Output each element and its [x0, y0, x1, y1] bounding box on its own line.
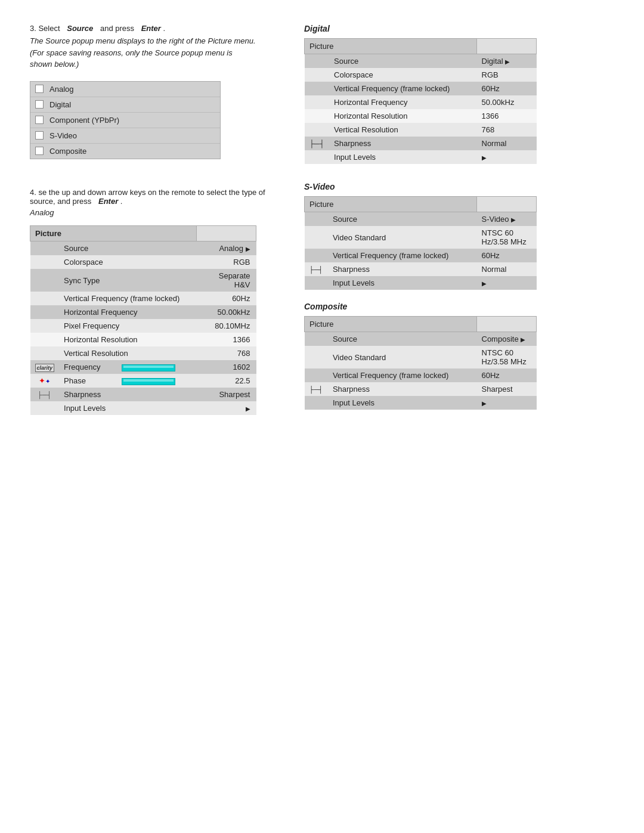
digital-label-sharpness: Sharpness [329, 137, 476, 150]
svideo-val-source: S-Video ▶ [477, 212, 537, 227]
analog-val-sharpness: Sharpest [197, 388, 256, 401]
composite-icon-source [305, 332, 328, 346]
digital-title: Digital [304, 24, 614, 33]
checkbox-component [35, 116, 44, 124]
svideo-icon-vidstd [305, 226, 328, 249]
composite-icon-vfreq [305, 368, 328, 382]
step3-text: 3. Select [30, 24, 60, 33]
step4-text: 4. se the up and down arrow keys on the … [30, 188, 265, 206]
phase-slider[interactable] [122, 378, 175, 385]
analog-val-vfreq: 60Hz [197, 292, 256, 305]
svideo-header: Picture [305, 197, 537, 212]
frequency-slider[interactable] [122, 364, 175, 371]
svideo-label-inputlevels: Input Levels [328, 276, 477, 290]
composite-val-vidstd: NTSC 60 Hz/3.58 MHz [477, 346, 537, 368]
analog-row-hres: Horizontal Resolution 1366 [30, 333, 256, 346]
composite-icon-inputlevels [305, 396, 328, 410]
analog-icon-pixfreq [30, 319, 60, 333]
step3-source-word: Source [67, 24, 93, 33]
svideo-icon-inputlevels [305, 276, 328, 290]
digital-section: Digital Picture Source Digital ▶ Colorsp… [304, 24, 614, 164]
source-item-composite[interactable]: Composite [30, 144, 220, 159]
composite-row-sharpness: ├─┤ Sharpness Sharpest [305, 382, 537, 396]
digital-label-hres: Horizontal Resolution [329, 109, 476, 123]
analog-header: Picture [30, 226, 256, 241]
composite-val-inputlevels: ▶ [477, 396, 537, 410]
analog-label-source: Source [59, 241, 196, 256]
analog-label-colorspace: Colorspace [59, 255, 196, 269]
composite-menu-title: Picture [305, 317, 477, 332]
analog-header-value [197, 226, 256, 241]
analog-icon-source [30, 241, 60, 256]
col-right-digital: Digital Picture Source Digital ▶ Colorsp… [304, 24, 614, 176]
digital-row-hfreq: Horizontal Frequency 50.00kHz [305, 95, 537, 109]
analog-val-phase: 22.5 [197, 374, 256, 388]
digital-row-vfreq: Vertical Frequency (frame locked) 60Hz [305, 82, 537, 95]
source-item-svideo[interactable]: S-Video [30, 128, 220, 144]
svideo-row-vidstd: Video Standard NTSC 60 Hz/3.58 MHz [305, 226, 537, 249]
analog-row-source: Source Analog ▶ [30, 241, 256, 256]
source-label-analog: Analog [49, 85, 73, 94]
step3-section: 3. Select Source and press Enter . The S… [30, 24, 614, 176]
analog-label-vres: Vertical Resolution [59, 346, 196, 360]
source-menu: Analog Digital Component (YPbPr) S-Video… [30, 81, 221, 159]
composite-label-source: Source [328, 332, 477, 346]
analog-icon-synctype [30, 269, 60, 292]
analog-label-phase: Phase [59, 374, 113, 388]
checkbox-analog [35, 85, 44, 93]
step4-enter: Enter [98, 197, 118, 206]
svideo-val-vidstd: NTSC 60 Hz/3.58 MHz [477, 226, 537, 249]
step4-section: 4. se the up and down arrow keys on the … [30, 182, 614, 422]
digital-icon-hres [305, 109, 330, 123]
digital-row-sharpness: ├─┤ Sharpness Normal [305, 137, 537, 150]
analog-row-colorspace: Colorspace RGB [30, 255, 256, 269]
step3-end: . [163, 24, 166, 33]
svideo-row-sharpness: ├─┤ Sharpness Normal [305, 262, 537, 276]
svideo-val-inputlevels: ▶ [477, 276, 537, 290]
digital-label-hfreq: Horizontal Frequency [329, 95, 476, 109]
composite-val-source: Composite ▶ [477, 332, 537, 346]
source-item-analog[interactable]: Analog [30, 82, 220, 97]
step3-label: 3. Select Source and press Enter . [30, 24, 268, 33]
step4-instruction: 4. se the up and down arrow keys on the … [30, 188, 268, 217]
analog-label-sharpness: Sharpness [59, 388, 196, 401]
source-item-component[interactable]: Component (YPbPr) [30, 113, 220, 128]
step4-end: . [120, 197, 123, 206]
digital-label-inputlevels: Input Levels [329, 150, 476, 164]
col-left-step4: 4. se the up and down arrow keys on the … [30, 182, 268, 415]
svideo-label-sharpness: Sharpness [328, 262, 477, 276]
svideo-label-source: Source [328, 212, 477, 227]
analog-icon-phase: ✦✦ [30, 374, 60, 388]
digital-icon-inputlevels [305, 150, 330, 164]
svideo-header-value [477, 197, 537, 212]
analog-val-colorspace: RGB [197, 255, 256, 269]
svideo-icon-sharpness: ├─┤ [305, 262, 328, 276]
composite-label-sharpness: Sharpness [328, 382, 477, 396]
analog-val-frequency: 1602 [197, 360, 256, 374]
analog-row-vres: Vertical Resolution 768 [30, 346, 256, 360]
digital-row-hres: Horizontal Resolution 1366 [305, 109, 537, 123]
analog-val-hres: 1366 [197, 333, 256, 346]
analog-val-source: Analog ▶ [197, 241, 256, 256]
digital-icon-vfreq [305, 82, 330, 95]
digital-icon-hfreq [305, 95, 330, 109]
source-label-svideo: S-Video [49, 131, 77, 140]
analog-val-inputlevels: ▶ [197, 401, 256, 415]
digital-header-value [477, 39, 537, 54]
digital-val-hfreq: 50.00kHz [477, 95, 537, 109]
svideo-icon-source [305, 212, 328, 227]
source-label-composite: Composite [49, 147, 86, 156]
composite-label-vidstd: Video Standard [328, 346, 477, 368]
source-item-digital[interactable]: Digital [30, 97, 220, 113]
digital-icon-colorspace [305, 68, 330, 82]
analog-val-vres: 768 [197, 346, 256, 360]
svideo-val-vfreq: 60Hz [477, 249, 537, 262]
checkbox-composite [35, 147, 44, 155]
digital-val-source: Digital ▶ [477, 54, 537, 69]
analog-menu: Picture Source Analog ▶ Colorspace RGB S… [30, 225, 256, 415]
analog-label-synctype: Sync Type [59, 269, 196, 292]
checkbox-svideo [35, 131, 44, 140]
analog-label-hres: Horizontal Resolution [59, 333, 196, 346]
composite-title: Composite [304, 302, 614, 311]
clarity-logo: clarity [35, 364, 55, 372]
